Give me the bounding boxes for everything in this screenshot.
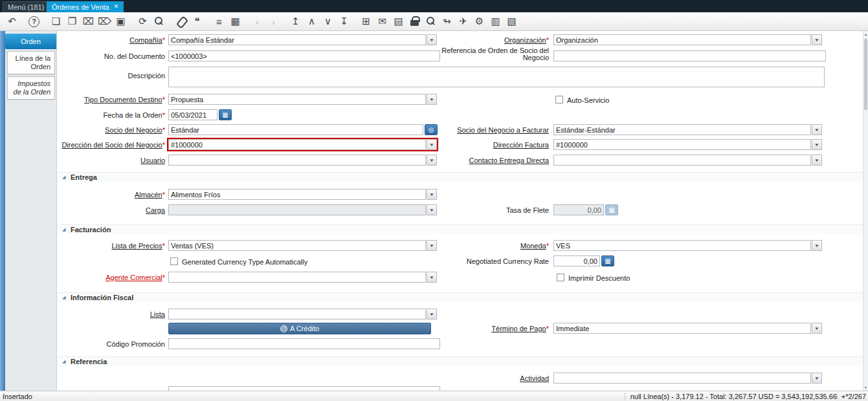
moneda-label[interactable]: Moneda*: [410, 242, 549, 250]
contacto-entrega-label[interactable]: Contacto Entrega Directa: [410, 157, 549, 164]
parent-record-icon[interactable]: ↥: [287, 14, 304, 29]
scroll-thumb[interactable]: [864, 39, 867, 110]
compania-input[interactable]: [168, 34, 426, 45]
save-icon[interactable]: ▣: [113, 14, 129, 29]
almacen-input[interactable]: [168, 189, 426, 200]
socio-negocio-input[interactable]: [168, 124, 423, 135]
contacto-entrega-dropdown-button[interactable]: ▼: [812, 155, 822, 166]
fecha-orden-input[interactable]: [168, 109, 217, 120]
organizacion-input[interactable]: [553, 34, 811, 45]
detail-record-icon[interactable]: ↧: [336, 14, 352, 29]
archive-icon[interactable]: ✉: [374, 14, 390, 29]
termino-pago-input[interactable]: [553, 323, 811, 334]
direccion-factura-label[interactable]: Dirección Factura: [410, 141, 549, 149]
lista-dropdown-button[interactable]: ▼: [427, 309, 437, 320]
workflow-icon[interactable]: ↬: [439, 14, 455, 29]
organizacion-dropdown-button[interactable]: ▼: [812, 34, 822, 45]
tipo-documento-dropdown-button[interactable]: ▼: [427, 94, 437, 105]
zoom-across-icon[interactable]: [423, 14, 439, 29]
grid-toggle-icon[interactable]: ≡: [211, 14, 227, 29]
lista-precios-input[interactable]: [168, 240, 426, 251]
down-icon[interactable]: ∨: [320, 14, 336, 29]
lista-label[interactable]: Lista: [57, 310, 165, 318]
copy-record-icon[interactable]: ❐: [64, 14, 80, 29]
compania-label[interactable]: Compañía*: [57, 36, 165, 44]
close-icon[interactable]: ✕: [114, 4, 119, 10]
actividad-label[interactable]: Actividad: [410, 374, 549, 382]
organizacion-label[interactable]: Organización*: [410, 36, 549, 44]
socio-negocio-label[interactable]: Socio del Negocio*: [57, 126, 165, 134]
usuario-input[interactable]: [168, 155, 426, 166]
sidebar-tab-linea-orden[interactable]: Línea de la Orden: [7, 51, 55, 74]
generated-currency-checkbox[interactable]: [170, 257, 178, 265]
chat-icon[interactable]: ❝: [189, 14, 205, 29]
socio-facturar-input[interactable]: [553, 124, 811, 135]
lista-precios-label[interactable]: Lista de Precios*: [57, 242, 165, 250]
direccion-factura-input[interactable]: [553, 139, 811, 150]
agente-comercial-dropdown-button[interactable]: ▼: [427, 272, 437, 283]
delete-record-icon[interactable]: ⌧: [80, 14, 96, 29]
agente-comercial-input[interactable]: [168, 272, 426, 283]
records-icon[interactable]: ⊞: [358, 14, 374, 29]
new-record-icon[interactable]: ❏: [48, 14, 64, 29]
help-icon[interactable]: ?: [26, 14, 42, 29]
process-icon[interactable]: ⚙: [471, 14, 487, 29]
sidebar-tab-orden[interactable]: Orden: [5, 34, 56, 49]
requery-icon[interactable]: ⟳: [135, 14, 151, 29]
agente-comercial-label[interactable]: Agente Comercial*: [57, 274, 165, 281]
moneda-dropdown-button[interactable]: ▼: [812, 240, 822, 251]
direccion-socio-input[interactable]: [168, 139, 426, 150]
previous-record-icon[interactable]: ‹: [249, 14, 265, 29]
auto-servicio-checkbox[interactable]: [555, 96, 563, 103]
moneda-input[interactable]: [553, 240, 811, 251]
codigo-promocion-input[interactable]: [168, 338, 440, 349]
print-icon[interactable]: ▤: [390, 14, 406, 29]
section-entrega[interactable]: ◢ Entrega: [57, 172, 863, 182]
sidebar-tab-impuestos-orden[interactable]: Impuestos de la Orden: [7, 76, 55, 100]
section-referencia[interactable]: ◢ Referencia: [57, 356, 863, 366]
tipo-documento-input[interactable]: [168, 94, 426, 105]
request-icon[interactable]: ✈: [455, 14, 471, 29]
up-icon[interactable]: ∧: [304, 14, 320, 29]
undo-icon[interactable]: ↶: [4, 14, 20, 29]
attachment-icon[interactable]: [173, 14, 189, 29]
find-icon[interactable]: [151, 14, 167, 29]
almacen-label[interactable]: Almacén*: [57, 191, 165, 199]
section-facturacion[interactable]: ◢ Facturación: [57, 224, 863, 234]
a-credito-button[interactable]: @A Crédito: [168, 323, 431, 334]
partial-field-input[interactable]: [168, 386, 440, 391]
usuario-label[interactable]: Usuario: [57, 157, 165, 164]
next-record-icon[interactable]: ›: [265, 14, 282, 29]
scroll-down-icon[interactable]: ▼: [863, 385, 868, 389]
scroll-up-icon[interactable]: ▲: [863, 32, 868, 36]
delete-selection-icon[interactable]: ⌦: [96, 14, 113, 29]
report-icon[interactable]: ▥: [487, 14, 504, 29]
vertical-scrollbar[interactable]: ▲ ▼: [863, 31, 868, 391]
negotiated-rate-input[interactable]: [553, 255, 600, 266]
actividad-input[interactable]: [553, 373, 811, 384]
calendar-button[interactable]: ▦: [219, 109, 232, 120]
carga-label[interactable]: Carga: [57, 206, 165, 214]
actividad-dropdown-button[interactable]: ▼: [812, 373, 822, 384]
lista-input[interactable]: [168, 309, 426, 320]
menu-tab[interactable]: Menú (181): [3, 1, 49, 12]
print-preview-icon[interactable]: ▧: [504, 14, 520, 29]
calendar-icon[interactable]: ▦: [227, 14, 243, 29]
descripcion-textarea[interactable]: [168, 67, 825, 87]
tab-ordenes-de-venta[interactable]: Órdenes de Venta ✕: [47, 1, 124, 12]
no-documento-input[interactable]: [168, 50, 440, 61]
negotiated-rate-calculator-button[interactable]: ▦: [601, 255, 614, 266]
imprimir-descuento-checkbox[interactable]: [557, 274, 564, 281]
direccion-socio-label[interactable]: Dirección del Socio del Negocio*: [57, 141, 165, 149]
almacen-dropdown-button[interactable]: ▼: [427, 189, 437, 200]
tipo-documento-label[interactable]: Tipo Documento Destino*: [57, 96, 165, 103]
socio-facturar-dropdown-button[interactable]: ▼: [812, 124, 822, 135]
contacto-entrega-input[interactable]: [553, 155, 811, 166]
section-informacion-fiscal[interactable]: ◢ Información Fiscal: [57, 292, 863, 302]
socio-facturar-label[interactable]: Socio del Negocio a Facturar: [410, 126, 549, 134]
referencia-orden-input[interactable]: [553, 50, 826, 61]
direccion-factura-dropdown-button[interactable]: ▼: [812, 139, 822, 150]
termino-pago-dropdown-button[interactable]: ▼: [812, 323, 822, 334]
termino-pago-label[interactable]: Término de Pago*: [410, 325, 549, 332]
lock-icon[interactable]: [406, 14, 423, 29]
